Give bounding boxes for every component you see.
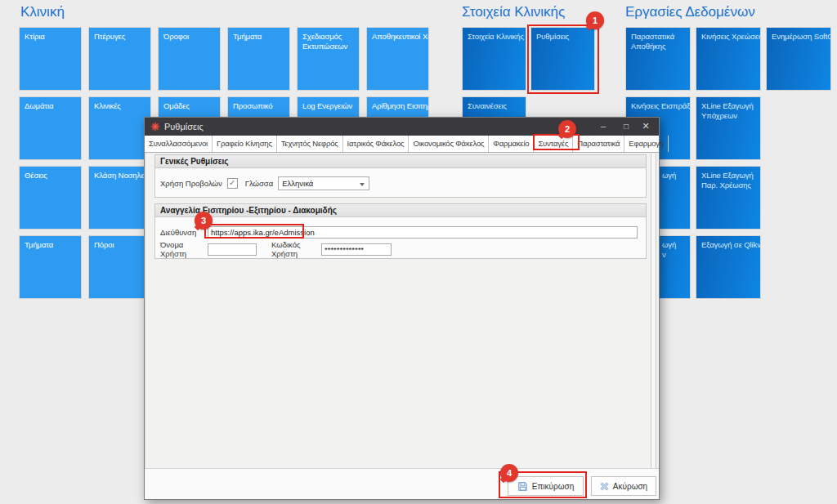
tile-tmimata[interactable]: Τμήματα [227, 27, 290, 91]
cancel-button-label: Ακύρωση [613, 482, 647, 491]
tile-label: Δωμάτια [20, 97, 81, 115]
tile-exagogi-qlikview[interactable]: Εξαγωγή σε Qlikview [696, 235, 761, 299]
app-window: Κλινική Κτίρια Πτέρυγες Όροφοι Τμήματα Σ… [0, 0, 837, 504]
minimize-button[interactable]: – [593, 118, 613, 136]
close-icon[interactable]: ✕ [636, 118, 656, 136]
username-label: Όνομα Χρήστη [160, 240, 208, 258]
tile-enimerosi-softone[interactable]: Ενημέρωση SoftOne [766, 27, 831, 91]
tile-poroi[interactable]: Πόροι [88, 235, 151, 299]
tab-oikonomikos-fakelos[interactable]: Οικονομικός Φάκελος [409, 136, 489, 152]
maximize-button[interactable]: □ [616, 118, 636, 136]
use-views-label: Χρήση Προβολών [160, 179, 222, 188]
tile-label: Προσωπικό [228, 97, 289, 115]
tab-efarmogi[interactable]: Εφαρμογή [624, 136, 669, 152]
tile-label: XLine Εξαγωγή Παρ. Χρέωσης [696, 167, 760, 194]
dialog-title: Ρυθμίσεις [164, 122, 204, 132]
tile-label: Κινήσεις Εισπράξεων [626, 97, 690, 115]
chevron-down-icon [360, 183, 365, 186]
tile-xline-exagogi-ypoxreon[interactable]: XLine Εξαγωγή Υπόχρεων [696, 96, 761, 160]
section-title-clinic: Κλινική [20, 4, 65, 20]
group-general: Γενικές Ρυθμίσεις Χρήση Προβολών Γλώσσα … [154, 154, 647, 198]
tile-label: Κινήσεις Χρεώσεων [696, 28, 760, 46]
section-title-data-tasks: Εργασίες Δεδομένων [625, 4, 755, 20]
address-label: Διεύθυνση [160, 228, 208, 237]
language-label: Γλώσσα [245, 179, 273, 188]
tile-domatia[interactable]: Δωμάτια [19, 96, 82, 160]
language-select-value: Ελληνικά [282, 179, 313, 188]
settings-icon [150, 122, 160, 132]
tile-label: XLine Εξαγωγή Υπόχρεων [696, 97, 760, 124]
tab-iatrikos-fakelos[interactable]: Ιατρικός Φάκελος [343, 136, 410, 152]
tile-label: Ενημέρωση SoftOne [767, 28, 830, 46]
tile-klinikes[interactable]: Κλινικές [88, 96, 151, 160]
tile-label: Κλινικές [89, 97, 150, 115]
username-input[interactable] [208, 243, 257, 256]
group-admission: Αναγγελία Εισιτηρίου -Εξιτηρίου - Διακομ… [154, 203, 647, 259]
tile-label: Ομάδες [159, 97, 220, 115]
tile-label: Πόροι [89, 236, 150, 254]
cancel-x-icon [600, 482, 609, 491]
dialog-titlebar[interactable]: Ρυθμίσεις – □ ✕ [145, 118, 659, 136]
tile-label: Παραστατικά Αποθήκης [626, 28, 690, 55]
tile-label: Αρίθμηση Εισιτηρί... [367, 97, 428, 115]
save-icon [517, 481, 528, 492]
dialog-footer: Επικύρωση Ακύρωση [145, 468, 659, 499]
tile-label: Σχεδιασμός Εκτυπώσεων [298, 28, 359, 55]
tab-syntages[interactable]: Συνταγές [534, 136, 573, 152]
group-general-header: Γενικές Ρυθμίσεις [155, 155, 646, 168]
use-views-checkbox[interactable] [227, 178, 238, 189]
tile-klasi-nosileias[interactable]: Κλάση Νοσηλείας [88, 166, 151, 230]
dialog-content: Γενικές Ρυθμίσεις Χρήση Προβολών Γλώσσα … [145, 153, 659, 469]
tile-label: Θέσεις [20, 167, 81, 185]
tile-label: Ρυθμίσεις [531, 28, 594, 46]
tab-texnitos-nefros[interactable]: Τεχνητός Νεφρός [277, 136, 343, 152]
tile-label: Κλάση Νοσηλείας [89, 167, 150, 185]
confirm-button[interactable]: Επικύρωση [508, 476, 584, 496]
tile-parastatika-apothikis[interactable]: Παραστατικά Αποθήκης [625, 27, 691, 91]
tab-farmakeio[interactable]: Φαρμακείο [489, 136, 534, 152]
tile-sxediasmos-ektyposeon[interactable]: Σχεδιασμός Εκτυπώσεων [297, 27, 360, 91]
tile-pteryges[interactable]: Πτέρυγες [88, 27, 151, 91]
tile-label: Στοιχεία Κλινικής [463, 28, 526, 46]
group-general-body: Χρήση Προβολών Γλώσσα Ελληνικά [155, 168, 646, 198]
language-select[interactable]: Ελληνικά [278, 176, 369, 190]
tile-tmimata-2[interactable]: Τμήματα [19, 235, 82, 299]
tile-label: Αποθηκευτικοί Χώ... [367, 28, 428, 46]
tile-label: Συναινέσεις [463, 97, 526, 115]
settings-dialog: Ρυθμίσεις – □ ✕ Συναλλασσόμενοι Γραφείο … [144, 117, 660, 500]
tile-kiniseis-xreoseon[interactable]: Κινήσεις Χρεώσεων [696, 27, 761, 91]
confirm-button-label: Επικύρωση [532, 482, 575, 491]
tile-stoixeia-klinikis[interactable]: Στοιχεία Κλινικής [462, 27, 526, 91]
tile-label: Log Ενεργειών [298, 97, 359, 115]
tile-label: Κτίρια [20, 28, 81, 46]
tab-grafeio-kinisis[interactable]: Γραφείο Κίνησης [213, 136, 277, 152]
dialog-scrollbar[interactable] [651, 154, 656, 468]
password-label: Κωδικός Χρήστη [271, 240, 318, 258]
dialog-tabstrip: Συναλλασσόμενοι Γραφείο Κίνησης Τεχνητός… [145, 136, 659, 153]
group-admission-body: Διεύθυνση Όνομα Χρήστη Κωδικός Χρήστη [155, 217, 646, 258]
tile-theseis[interactable]: Θέσεις [19, 166, 82, 230]
address-input[interactable] [208, 226, 638, 239]
tile-label: Εξαγωγή σε Qlikview [696, 236, 760, 254]
group-admission-header: Αναγγελία Εισιτηρίου -Εξιτηρίου - Διακομ… [155, 204, 646, 217]
tile-ktiria[interactable]: Κτίρια [19, 27, 82, 91]
tile-apothikeytikoi-xoroi[interactable]: Αποθηκευτικοί Χώ... [366, 27, 429, 91]
tile-label: Πτέρυγες [89, 28, 150, 46]
tab-synallassomenoi[interactable]: Συναλλασσόμενοι [145, 136, 213, 152]
tile-label: Τμήματα [228, 28, 289, 46]
tile-rythmiseis[interactable]: Ρυθμίσεις [530, 27, 595, 91]
tile-label: Τμήματα [20, 236, 81, 254]
tile-orofoi[interactable]: Όροφοι [158, 27, 221, 91]
password-input[interactable] [321, 243, 392, 256]
cancel-button[interactable]: Ακύρωση [591, 476, 656, 496]
tab-parastatika[interactable]: Παραστατικά [573, 136, 624, 152]
section-title-clinic-data: Στοιχεία Κλινικής [462, 4, 565, 20]
tile-label: Όροφοι [159, 28, 220, 46]
tile-xline-exagogi-par-xreosis[interactable]: XLine Εξαγωγή Παρ. Χρέωσης [696, 166, 761, 230]
